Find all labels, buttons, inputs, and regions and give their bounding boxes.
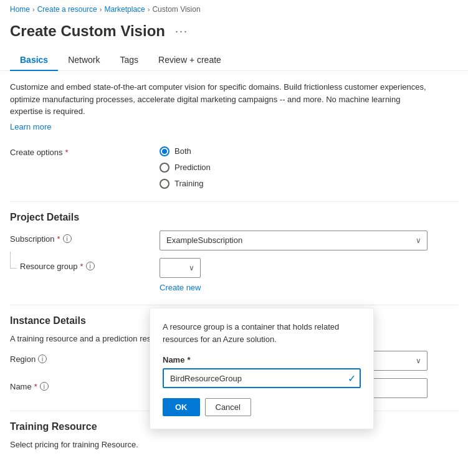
popup-ok-button[interactable]: OK — [163, 398, 200, 416]
create-options-label-text: Create options — [10, 148, 63, 157]
subscription-row: Subscription * i ExampleSubscription ∨ — [10, 231, 458, 250]
radio-training-circle — [160, 179, 170, 189]
resource-group-info-icon[interactable]: i — [86, 262, 95, 270]
create-options-section: Create options * Both Prediction Trainin… — [10, 144, 458, 189]
page-header: Create Custom Vision ··· — [0, 19, 468, 50]
create-options-label: Create options * — [10, 144, 160, 157]
breadcrumb-sep-1: › — [32, 6, 35, 13]
breadcrumb-current: Custom Vision — [152, 5, 200, 14]
breadcrumb-sep-3: › — [148, 6, 150, 13]
popup-name-input[interactable] — [163, 368, 361, 388]
main-content: Customize and embed state-of-the-art com… — [0, 71, 468, 459]
divider-1 — [10, 201, 458, 202]
radio-both[interactable]: Both — [160, 146, 211, 156]
subscription-info-icon[interactable]: i — [63, 234, 72, 243]
name-required: * — [34, 382, 37, 391]
training-resource-note: Select pricing for training Resource. — [10, 440, 458, 449]
resource-group-label-text: Resource group — [20, 262, 78, 271]
popup-actions: OK Cancel — [163, 398, 361, 416]
project-details-section: Project Details Subscription * i Example… — [10, 212, 458, 292]
tab-review-create[interactable]: Review + create — [148, 50, 231, 71]
radio-training-label: Training — [174, 179, 203, 188]
resource-group-select[interactable] — [160, 258, 201, 278]
breadcrumb-sep-2: › — [100, 6, 102, 13]
resource-group-select-wrapper: ∨ — [160, 258, 201, 278]
region-info-icon[interactable]: i — [38, 355, 47, 363]
radio-prediction[interactable]: Prediction — [160, 163, 211, 173]
create-options-radio-group: Both Prediction Training — [160, 144, 211, 189]
resource-group-required: * — [80, 262, 84, 271]
popup-name-required: * — [187, 355, 190, 364]
resource-group-popup: A resource group is a container that hol… — [150, 308, 374, 429]
project-details-title: Project Details — [10, 212, 458, 223]
tab-network[interactable]: Network — [58, 50, 110, 71]
name-label-text: Name — [10, 382, 32, 391]
divider-2 — [10, 305, 458, 305]
name-label: Name * i — [10, 378, 160, 391]
region-label: Region i — [10, 351, 160, 364]
tab-tags[interactable]: Tags — [110, 50, 149, 71]
radio-training[interactable]: Training — [160, 179, 211, 189]
learn-more-link[interactable]: Learn more — [10, 122, 51, 131]
breadcrumb: Home › Create a resource › Marketplace ›… — [0, 0, 468, 19]
create-new-link[interactable]: Create new — [160, 283, 201, 292]
description-text: Customize and embed state-of-the-art com… — [10, 81, 434, 118]
subscription-label: Subscription * i — [10, 231, 160, 244]
popup-input-check-icon: ✓ — [348, 373, 356, 384]
popup-name-label-text: Name — [163, 355, 184, 364]
radio-prediction-circle — [160, 163, 170, 173]
create-options-required: * — [65, 148, 69, 157]
tabs-container: Basics Network Tags Review + create — [0, 50, 468, 71]
radio-both-circle — [160, 146, 170, 156]
subscription-select[interactable]: ExampleSubscription — [160, 231, 427, 250]
subscription-label-text: Subscription — [10, 234, 55, 244]
radio-prediction-label: Prediction — [174, 163, 211, 172]
page-title: Create Custom Vision — [10, 22, 165, 40]
subscription-select-wrapper: ExampleSubscription ∨ — [160, 231, 427, 250]
region-label-text: Region — [10, 355, 36, 364]
breadcrumb-create-resource[interactable]: Create a resource — [37, 5, 97, 14]
radio-both-label: Both — [174, 146, 191, 156]
popup-description: A resource group is a container that hol… — [163, 321, 361, 345]
popup-box: A resource group is a container that hol… — [150, 308, 374, 429]
create-options-row: Create options * Both Prediction Trainin… — [10, 144, 458, 189]
more-options-button[interactable]: ··· — [171, 24, 192, 39]
subscription-required: * — [57, 234, 60, 244]
popup-input-wrapper: ✓ — [163, 368, 361, 388]
breadcrumb-home[interactable]: Home — [10, 5, 30, 14]
resource-group-row: Resource group * i ∨ Create new — [10, 258, 458, 292]
breadcrumb-marketplace[interactable]: Marketplace — [104, 5, 145, 14]
popup-name-label: Name * — [163, 355, 361, 364]
resource-group-field-area: ∨ Create new — [160, 258, 201, 292]
name-info-icon[interactable]: i — [40, 382, 49, 391]
popup-cancel-button[interactable]: Cancel — [205, 398, 251, 416]
resource-group-indent: Resource group * i — [10, 262, 95, 271]
tab-basics[interactable]: Basics — [10, 50, 58, 71]
resource-group-label: Resource group * i — [10, 258, 160, 271]
